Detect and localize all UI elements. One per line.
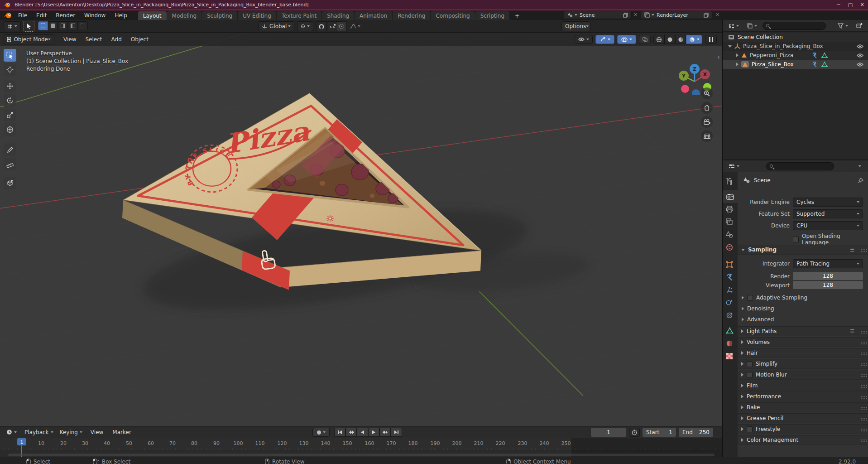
drag-dots-icon[interactable] <box>861 249 862 250</box>
viewport-menu-select[interactable]: Select <box>81 35 106 44</box>
tab-view-layer[interactable] <box>726 218 733 227</box>
section-hair[interactable]: Hair <box>738 348 868 358</box>
options-dropdown[interactable]: Options <box>561 21 590 31</box>
zoom-button[interactable] <box>701 87 713 99</box>
motion-blur-checkbox[interactable] <box>747 372 753 378</box>
section-film[interactable]: Film <box>738 381 868 391</box>
drag-dots-icon[interactable] <box>861 353 862 353</box>
maximize-button[interactable]: ▢ <box>844 2 856 8</box>
eye-visibility-icon[interactable] <box>857 53 863 58</box>
overlays-toggle[interactable] <box>617 35 636 44</box>
render-layer-unlink-icon[interactable]: ✕ <box>715 12 719 18</box>
shading-rendered-icon[interactable] <box>686 35 702 44</box>
tool-select-box[interactable] <box>4 49 16 62</box>
tab-uv-editing[interactable]: UV Editing <box>238 11 276 20</box>
timeline-editor-type-dropdown[interactable] <box>3 428 20 437</box>
subsection-denoising[interactable]: Denoising <box>742 305 774 312</box>
tool-cursor[interactable] <box>4 63 16 76</box>
select-mode-intersect[interactable] <box>78 21 88 30</box>
breadcrumb-label[interactable]: Scene <box>754 177 771 184</box>
menu-file[interactable]: File <box>14 10 32 20</box>
preview-range-button[interactable] <box>629 428 640 437</box>
outliner-row-pizza-slice-box[interactable]: Pizza_Slice_Box <box>723 60 868 69</box>
close-button[interactable]: ✕ <box>856 2 868 8</box>
proportional-falloff-dropdown[interactable] <box>347 21 363 31</box>
tab-sculpting[interactable]: Sculpting <box>202 11 237 20</box>
pivot-point-dropdown[interactable] <box>297 21 313 31</box>
viewport-samples-field[interactable]: 128 <box>793 281 863 289</box>
transform-orientation-dropdown[interactable]: Global <box>258 21 294 31</box>
expand-arrow-icon[interactable] <box>736 63 739 66</box>
tab-render[interactable] <box>723 190 738 203</box>
tab-layout[interactable]: Layout <box>138 11 167 20</box>
select-mode-extend[interactable] <box>48 21 58 30</box>
tool-add-cube[interactable] <box>4 177 16 189</box>
section-simplify[interactable]: Simplify <box>738 359 868 369</box>
viewport-menu-add[interactable]: Add <box>107 35 126 44</box>
viewport-menu-object[interactable]: Object <box>126 35 153 44</box>
pause-render-button[interactable] <box>705 35 717 44</box>
outliner-row-pepperoni-pizza[interactable]: Pepperoni_Pizza <box>723 51 868 60</box>
pan-button[interactable] <box>701 102 713 114</box>
minimize-button[interactable]: ─ <box>833 2 844 8</box>
tab-object[interactable] <box>726 261 733 270</box>
mode-dropdown[interactable]: Object Mode <box>4 34 54 44</box>
tool-annotate[interactable] <box>4 143 16 156</box>
tab-rendering[interactable]: Rendering <box>393 11 430 20</box>
render-samples-field[interactable]: 128 <box>793 272 863 280</box>
select-mode-set[interactable] <box>38 21 48 30</box>
eye-visibility-icon[interactable] <box>857 62 863 67</box>
tab-texture[interactable] <box>726 353 733 361</box>
properties-editor-type-dropdown[interactable] <box>725 162 743 171</box>
tab-shading[interactable]: Shading <box>322 11 354 20</box>
current-frame-field[interactable]: 1 <box>591 428 626 437</box>
tab-particles[interactable] <box>726 286 733 295</box>
next-keyframe-button[interactable] <box>379 428 391 437</box>
tab-world[interactable] <box>726 244 733 252</box>
tab-texture-paint[interactable]: Texture Paint <box>277 11 321 20</box>
timeline-menu-keying[interactable]: Keying <box>55 427 82 437</box>
end-frame-field[interactable]: End250 <box>679 428 713 437</box>
outliner-filter-dropdown[interactable] <box>834 21 851 30</box>
pin-icon[interactable] <box>858 178 863 184</box>
preset-icon[interactable]: ☰ <box>850 247 854 253</box>
section-grease-pencil[interactable]: Grease Pencil <box>738 413 868 423</box>
tab-output[interactable] <box>726 206 734 214</box>
simplify-checkbox[interactable] <box>747 361 753 367</box>
tool-measure[interactable] <box>4 158 16 170</box>
scene-selector[interactable]: Scene <box>564 11 632 19</box>
section-motion-blur[interactable]: Motion Blur <box>738 370 868 380</box>
section-sampling[interactable]: Sampling ☰ <box>738 245 868 255</box>
timeline-scrollbar[interactable] <box>8 454 715 456</box>
timeline-menu-view[interactable]: View <box>86 427 108 437</box>
editor-type-dropdown[interactable] <box>4 21 21 31</box>
subsection-adaptive-sampling[interactable]: Adaptive Sampling <box>742 295 807 301</box>
osl-checkbox[interactable] <box>793 237 799 242</box>
tab-physics[interactable] <box>726 299 733 308</box>
outliner-filter-type-dropdown[interactable] <box>744 21 760 30</box>
copy-icon[interactable] <box>623 13 628 18</box>
section-freestyle[interactable]: Freestyle <box>738 424 868 434</box>
auto-keyframe-button[interactable] <box>312 428 330 437</box>
tool-move[interactable] <box>4 80 16 92</box>
timeline-menu-playback[interactable]: Playback <box>20 427 53 437</box>
orthographic-toggle-button[interactable] <box>701 130 713 142</box>
drag-dots-icon[interactable] <box>861 363 862 364</box>
select-mode-invert[interactable] <box>68 21 78 30</box>
tab-material[interactable] <box>726 340 733 348</box>
outliner-row-packaging-box[interactable]: Pizza_Slice_in_Packaging_Box <box>723 42 868 51</box>
play-reverse-button[interactable] <box>357 428 368 437</box>
tab-animation[interactable]: Animation <box>355 11 392 20</box>
drag-dots-icon[interactable] <box>861 429 862 430</box>
snap-magnet-icon[interactable] <box>316 21 327 31</box>
menu-render[interactable]: Render <box>51 10 80 20</box>
tool-rotate[interactable] <box>4 94 16 107</box>
drag-dots-icon[interactable] <box>861 418 862 419</box>
preset-icon[interactable]: ☰ <box>850 329 854 334</box>
tab-modifiers[interactable] <box>726 274 733 282</box>
subsection-advanced[interactable]: Advanced <box>742 316 774 323</box>
render-layer-selector[interactable]: RenderLayer <box>641 11 712 19</box>
play-button[interactable] <box>368 428 379 437</box>
drag-dots-icon[interactable] <box>861 396 862 397</box>
tool-scale[interactable] <box>4 109 16 121</box>
